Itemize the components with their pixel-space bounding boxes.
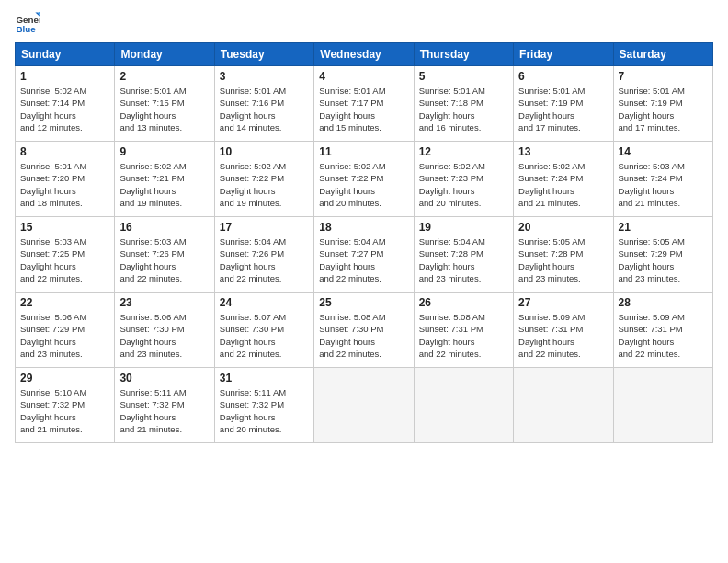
calendar-header: SundayMondayTuesdayWednesdayThursdayFrid… xyxy=(16,43,713,66)
day-info: Sunrise: 5:01 AM Sunset: 7:15 PM Dayligh… xyxy=(119,86,186,132)
day-number: 23 xyxy=(119,296,209,309)
week-row-4: 29 Sunrise: 5:10 AM Sunset: 7:32 PM Dayl… xyxy=(16,368,713,443)
logo-icon: General Blue xyxy=(15,9,40,35)
calendar-cell: 28 Sunrise: 5:09 AM Sunset: 7:31 PM Dayl… xyxy=(613,293,712,368)
day-number: 1 xyxy=(20,70,109,83)
day-number: 15 xyxy=(20,221,109,234)
calendar-cell: 15 Sunrise: 5:03 AM Sunset: 7:25 PM Dayl… xyxy=(16,217,115,293)
header-day-tuesday: Tuesday xyxy=(214,43,313,66)
calendar-cell: 26 Sunrise: 5:08 AM Sunset: 7:31 PM Dayl… xyxy=(414,293,513,368)
header-row: SundayMondayTuesdayWednesdayThursdayFrid… xyxy=(16,43,713,66)
header-day-wednesday: Wednesday xyxy=(314,43,414,66)
day-info: Sunrise: 5:05 AM Sunset: 7:29 PM Dayligh… xyxy=(619,236,685,283)
day-info: Sunrise: 5:06 AM Sunset: 7:30 PM Dayligh… xyxy=(119,312,186,359)
day-number: 22 xyxy=(20,296,109,309)
day-info: Sunrise: 5:02 AM Sunset: 7:21 PM Dayligh… xyxy=(119,161,186,208)
day-info: Sunrise: 5:05 AM Sunset: 7:28 PM Dayligh… xyxy=(518,236,585,283)
calendar-cell: 8 Sunrise: 5:01 AM Sunset: 7:20 PM Dayli… xyxy=(16,142,115,217)
header-day-friday: Friday xyxy=(514,43,613,66)
calendar-cell: 13 Sunrise: 5:02 AM Sunset: 7:24 PM Dayl… xyxy=(514,142,613,217)
calendar-cell: 16 Sunrise: 5:03 AM Sunset: 7:26 PM Dayl… xyxy=(115,217,214,293)
calendar-cell xyxy=(414,368,513,443)
day-info: Sunrise: 5:02 AM Sunset: 7:23 PM Dayligh… xyxy=(419,161,485,208)
day-info: Sunrise: 5:02 AM Sunset: 7:22 PM Dayligh… xyxy=(319,161,385,208)
day-number: 13 xyxy=(518,145,608,158)
day-info: Sunrise: 5:03 AM Sunset: 7:24 PM Dayligh… xyxy=(619,161,685,208)
day-info: Sunrise: 5:02 AM Sunset: 7:24 PM Dayligh… xyxy=(518,161,585,208)
day-info: Sunrise: 5:01 AM Sunset: 7:17 PM Dayligh… xyxy=(319,86,385,132)
day-number: 14 xyxy=(619,145,708,158)
calendar-cell: 5 Sunrise: 5:01 AM Sunset: 7:18 PM Dayli… xyxy=(414,66,513,142)
calendar-table: SundayMondayTuesdayWednesdayThursdayFrid… xyxy=(15,42,713,443)
week-row-2: 15 Sunrise: 5:03 AM Sunset: 7:25 PM Dayl… xyxy=(16,217,713,293)
day-number: 7 xyxy=(619,70,708,83)
day-info: Sunrise: 5:02 AM Sunset: 7:14 PM Dayligh… xyxy=(20,86,86,132)
header-day-monday: Monday xyxy=(115,43,214,66)
day-info: Sunrise: 5:01 AM Sunset: 7:20 PM Dayligh… xyxy=(20,161,86,208)
week-row-0: 1 Sunrise: 5:02 AM Sunset: 7:14 PM Dayli… xyxy=(16,66,713,142)
day-number: 27 xyxy=(518,296,608,309)
calendar-cell: 24 Sunrise: 5:07 AM Sunset: 7:30 PM Dayl… xyxy=(214,293,313,368)
header-day-thursday: Thursday xyxy=(414,43,513,66)
day-info: Sunrise: 5:11 AM Sunset: 7:32 PM Dayligh… xyxy=(220,387,286,434)
day-number: 5 xyxy=(419,70,508,83)
calendar-cell: 21 Sunrise: 5:05 AM Sunset: 7:29 PM Dayl… xyxy=(613,217,712,293)
day-info: Sunrise: 5:10 AM Sunset: 7:32 PM Dayligh… xyxy=(20,387,86,434)
calendar-cell: 4 Sunrise: 5:01 AM Sunset: 7:17 PM Dayli… xyxy=(314,66,414,142)
day-number: 3 xyxy=(220,70,309,83)
day-info: Sunrise: 5:04 AM Sunset: 7:28 PM Dayligh… xyxy=(419,236,485,283)
calendar-cell: 11 Sunrise: 5:02 AM Sunset: 7:22 PM Dayl… xyxy=(314,142,414,217)
calendar-cell xyxy=(314,368,414,443)
day-number: 20 xyxy=(518,221,608,234)
day-info: Sunrise: 5:11 AM Sunset: 7:32 PM Dayligh… xyxy=(119,387,186,434)
calendar-cell: 2 Sunrise: 5:01 AM Sunset: 7:15 PM Dayli… xyxy=(115,66,214,142)
day-info: Sunrise: 5:03 AM Sunset: 7:26 PM Dayligh… xyxy=(119,236,186,283)
calendar-cell xyxy=(514,368,613,443)
calendar-cell: 20 Sunrise: 5:05 AM Sunset: 7:28 PM Dayl… xyxy=(514,217,613,293)
day-number: 4 xyxy=(319,70,408,83)
day-number: 16 xyxy=(119,221,209,234)
day-info: Sunrise: 5:01 AM Sunset: 7:19 PM Dayligh… xyxy=(619,86,685,132)
calendar-cell: 27 Sunrise: 5:09 AM Sunset: 7:31 PM Dayl… xyxy=(514,293,613,368)
day-number: 2 xyxy=(119,70,209,83)
calendar-cell: 12 Sunrise: 5:02 AM Sunset: 7:23 PM Dayl… xyxy=(414,142,513,217)
day-info: Sunrise: 5:08 AM Sunset: 7:30 PM Dayligh… xyxy=(319,312,385,359)
header: General Blue xyxy=(15,9,713,35)
header-day-sunday: Sunday xyxy=(16,43,115,66)
day-number: 12 xyxy=(419,145,508,158)
day-number: 29 xyxy=(20,372,109,385)
day-number: 28 xyxy=(619,296,708,309)
calendar-cell: 30 Sunrise: 5:11 AM Sunset: 7:32 PM Dayl… xyxy=(115,368,214,443)
calendar-cell: 22 Sunrise: 5:06 AM Sunset: 7:29 PM Dayl… xyxy=(16,293,115,368)
day-number: 11 xyxy=(319,145,408,158)
day-info: Sunrise: 5:07 AM Sunset: 7:30 PM Dayligh… xyxy=(220,312,286,359)
logo: General Blue xyxy=(15,9,46,35)
day-number: 17 xyxy=(220,221,309,234)
day-number: 9 xyxy=(119,145,209,158)
day-number: 6 xyxy=(518,70,608,83)
day-info: Sunrise: 5:06 AM Sunset: 7:29 PM Dayligh… xyxy=(20,312,86,359)
day-number: 10 xyxy=(220,145,309,158)
calendar-cell: 31 Sunrise: 5:11 AM Sunset: 7:32 PM Dayl… xyxy=(214,368,313,443)
week-row-3: 22 Sunrise: 5:06 AM Sunset: 7:29 PM Dayl… xyxy=(16,293,713,368)
page: General Blue SundayMondayTuesdayWednesda… xyxy=(0,0,728,563)
calendar-cell xyxy=(613,368,712,443)
day-number: 18 xyxy=(319,221,408,234)
day-number: 21 xyxy=(619,221,708,234)
day-info: Sunrise: 5:01 AM Sunset: 7:18 PM Dayligh… xyxy=(419,86,485,132)
calendar-cell: 7 Sunrise: 5:01 AM Sunset: 7:19 PM Dayli… xyxy=(613,66,712,142)
calendar-body: 1 Sunrise: 5:02 AM Sunset: 7:14 PM Dayli… xyxy=(16,66,713,443)
calendar-cell: 17 Sunrise: 5:04 AM Sunset: 7:26 PM Dayl… xyxy=(214,217,313,293)
day-number: 24 xyxy=(220,296,309,309)
calendar-cell: 6 Sunrise: 5:01 AM Sunset: 7:19 PM Dayli… xyxy=(514,66,613,142)
day-info: Sunrise: 5:09 AM Sunset: 7:31 PM Dayligh… xyxy=(518,312,585,359)
calendar-cell: 23 Sunrise: 5:06 AM Sunset: 7:30 PM Dayl… xyxy=(115,293,214,368)
day-number: 26 xyxy=(419,296,508,309)
day-info: Sunrise: 5:08 AM Sunset: 7:31 PM Dayligh… xyxy=(419,312,485,359)
day-number: 25 xyxy=(319,296,408,309)
calendar-cell: 10 Sunrise: 5:02 AM Sunset: 7:22 PM Dayl… xyxy=(214,142,313,217)
day-number: 31 xyxy=(220,372,309,385)
calendar-cell: 14 Sunrise: 5:03 AM Sunset: 7:24 PM Dayl… xyxy=(613,142,712,217)
calendar-cell: 1 Sunrise: 5:02 AM Sunset: 7:14 PM Dayli… xyxy=(16,66,115,142)
day-info: Sunrise: 5:09 AM Sunset: 7:31 PM Dayligh… xyxy=(619,312,685,359)
